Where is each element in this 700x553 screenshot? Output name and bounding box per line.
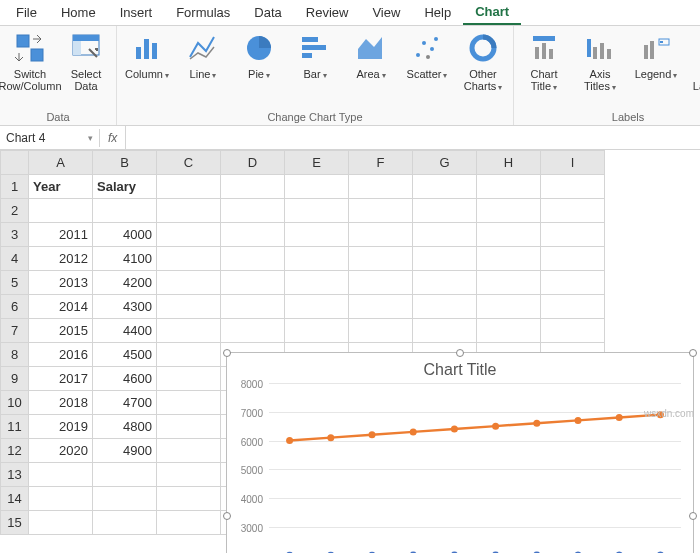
row-header-4[interactable]: 4 <box>1 247 29 271</box>
pie-chart-button[interactable]: Pie <box>235 30 283 81</box>
cell-B15[interactable] <box>93 511 157 535</box>
cell-A5[interactable]: 2013 <box>29 271 93 295</box>
cell-C5[interactable] <box>157 271 221 295</box>
cell-A3[interactable]: 2011 <box>29 223 93 247</box>
row-header-7[interactable]: 7 <box>1 319 29 343</box>
col-header-D[interactable]: D <box>221 151 285 175</box>
cell-A6[interactable]: 2014 <box>29 295 93 319</box>
row-header-12[interactable]: 12 <box>1 439 29 463</box>
chart-data-point[interactable] <box>451 426 458 433</box>
cell-D7[interactable] <box>221 319 285 343</box>
cell-B3[interactable]: 4000 <box>93 223 157 247</box>
cell-A12[interactable]: 2020 <box>29 439 93 463</box>
row-header-2[interactable]: 2 <box>1 199 29 223</box>
cell-A4[interactable]: 2012 <box>29 247 93 271</box>
cell-I7[interactable] <box>541 319 605 343</box>
cell-E2[interactable] <box>285 199 349 223</box>
cell-B10[interactable]: 4700 <box>93 391 157 415</box>
chart-series-line[interactable] <box>290 415 661 441</box>
tab-data[interactable]: Data <box>242 1 293 24</box>
cell-A13[interactable] <box>29 463 93 487</box>
cell-G6[interactable] <box>413 295 477 319</box>
col-header-I[interactable]: I <box>541 151 605 175</box>
cell-B6[interactable]: 4300 <box>93 295 157 319</box>
cell-C11[interactable] <box>157 415 221 439</box>
row-header-1[interactable]: 1 <box>1 175 29 199</box>
cell-C6[interactable] <box>157 295 221 319</box>
cell-D6[interactable] <box>221 295 285 319</box>
legend-button[interactable]: Legend <box>632 30 680 81</box>
cell-B9[interactable]: 4600 <box>93 367 157 391</box>
other-charts-button[interactable]: Other Charts <box>459 30 507 93</box>
cell-C10[interactable] <box>157 391 221 415</box>
cell-C9[interactable] <box>157 367 221 391</box>
row-header-3[interactable]: 3 <box>1 223 29 247</box>
col-header-E[interactable]: E <box>285 151 349 175</box>
cell-C13[interactable] <box>157 463 221 487</box>
row-header-8[interactable]: 8 <box>1 343 29 367</box>
col-header-H[interactable]: H <box>477 151 541 175</box>
cell-C7[interactable] <box>157 319 221 343</box>
row-header-14[interactable]: 14 <box>1 487 29 511</box>
row-header-10[interactable]: 10 <box>1 391 29 415</box>
cell-G1[interactable] <box>413 175 477 199</box>
cell-F5[interactable] <box>349 271 413 295</box>
chart-data-point[interactable] <box>327 434 334 441</box>
cell-H2[interactable] <box>477 199 541 223</box>
chart-plot-area[interactable]: 010002000300040005000600070008000 <box>269 383 681 553</box>
cell-F2[interactable] <box>349 199 413 223</box>
data-labels-button[interactable]: Data Labels <box>688 30 700 93</box>
cell-A7[interactable]: 2015 <box>29 319 93 343</box>
col-header-A[interactable]: A <box>29 151 93 175</box>
tab-formulas[interactable]: Formulas <box>164 1 242 24</box>
cell-H7[interactable] <box>477 319 541 343</box>
chart-data-point[interactable] <box>369 431 376 438</box>
tab-chart[interactable]: Chart <box>463 0 521 25</box>
cell-B14[interactable] <box>93 487 157 511</box>
cell-A10[interactable]: 2018 <box>29 391 93 415</box>
cell-C12[interactable] <box>157 439 221 463</box>
tab-insert[interactable]: Insert <box>108 1 165 24</box>
axis-titles-button[interactable]: Axis Titles <box>576 30 624 93</box>
tab-home[interactable]: Home <box>49 1 108 24</box>
chart-data-point[interactable] <box>492 423 499 430</box>
cell-F3[interactable] <box>349 223 413 247</box>
chart-data-point[interactable] <box>533 420 540 427</box>
cell-G4[interactable] <box>413 247 477 271</box>
cell-I2[interactable] <box>541 199 605 223</box>
cell-I3[interactable] <box>541 223 605 247</box>
row-header-9[interactable]: 9 <box>1 367 29 391</box>
col-header-C[interactable]: C <box>157 151 221 175</box>
cell-A15[interactable] <box>29 511 93 535</box>
select-data-button[interactable]: Select Data <box>62 30 110 92</box>
name-box[interactable]: Chart 4 ▾ <box>0 129 100 147</box>
tab-file[interactable]: File <box>4 1 49 24</box>
cell-C3[interactable] <box>157 223 221 247</box>
cell-G5[interactable] <box>413 271 477 295</box>
cell-H1[interactable] <box>477 175 541 199</box>
cell-D2[interactable] <box>221 199 285 223</box>
cell-F6[interactable] <box>349 295 413 319</box>
cell-A11[interactable]: 2019 <box>29 415 93 439</box>
cell-D4[interactable] <box>221 247 285 271</box>
cell-G2[interactable] <box>413 199 477 223</box>
cell-I5[interactable] <box>541 271 605 295</box>
cell-H6[interactable] <box>477 295 541 319</box>
cell-G3[interactable] <box>413 223 477 247</box>
cell-I1[interactable] <box>541 175 605 199</box>
chart-title-button[interactable]: Chart Title <box>520 30 568 93</box>
cell-F4[interactable] <box>349 247 413 271</box>
cell-G7[interactable] <box>413 319 477 343</box>
cell-E5[interactable] <box>285 271 349 295</box>
cell-B8[interactable]: 4500 <box>93 343 157 367</box>
cell-C2[interactable] <box>157 199 221 223</box>
cell-B1[interactable]: Salary <box>93 175 157 199</box>
col-header-G[interactable]: G <box>413 151 477 175</box>
col-header-F[interactable]: F <box>349 151 413 175</box>
cell-C14[interactable] <box>157 487 221 511</box>
bar-chart-button[interactable]: Bar <box>291 30 339 81</box>
cell-B12[interactable]: 4900 <box>93 439 157 463</box>
line-chart-button[interactable]: Line <box>179 30 227 81</box>
row-header-15[interactable]: 15 <box>1 511 29 535</box>
cell-B11[interactable]: 4800 <box>93 415 157 439</box>
